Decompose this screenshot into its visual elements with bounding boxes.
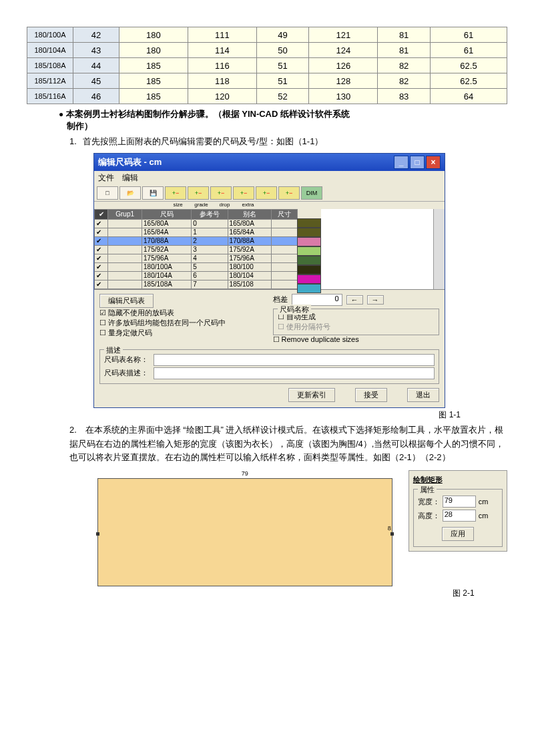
step-1: 1.首先按照上面附表的尺码编辑需要的尺码及号/型：如图（1-1）: [69, 135, 507, 149]
garment-rectangle[interactable]: [97, 478, 392, 586]
color-swatch: [297, 256, 321, 265]
titlebar: 编辑尺码表 - cm _ □ ×: [94, 154, 445, 171]
window-title: 编辑尺码表 - cm: [98, 156, 162, 168]
right-handle[interactable]: [390, 532, 394, 536]
figure-1-1-label: 图 1-1: [27, 409, 461, 421]
color-column: [298, 209, 321, 289]
pm-btn-2[interactable]: +−: [278, 186, 300, 200]
table-row: 185/116A46185120521308364: [27, 89, 507, 104]
size-row[interactable]: ✔180/100A5180/100: [95, 262, 298, 271]
dangcha-label: 档差: [273, 295, 288, 305]
color-swatch: [297, 265, 321, 274]
table-name-input[interactable]: [154, 354, 435, 366]
size-row[interactable]: ✔175/92A3175/92A: [95, 245, 298, 254]
maximize-button[interactable]: □: [410, 156, 425, 169]
table-row: 180/104A43180114501248161: [27, 43, 507, 58]
main-bullet: 本案例男士衬衫结构图制作分解步骤。（根据 YIN-CAD 纸样设计软件系统 制作…: [59, 108, 507, 132]
color-swatch: [297, 284, 321, 293]
color-swatch: [297, 218, 321, 228]
color-swatch: [297, 274, 321, 284]
size-row[interactable]: ✔165/84A1165/84A: [95, 228, 298, 236]
open-icon[interactable]: 📂: [119, 186, 141, 200]
close-button[interactable]: ×: [426, 156, 441, 169]
scrollbar[interactable]: [433, 209, 445, 289]
new-icon[interactable]: □: [97, 186, 118, 200]
property-panel: 绘制矩形 属性 宽度： 79 cm 高度： 28 cm 应用: [409, 470, 507, 552]
update-index-button[interactable]: 更新索引: [288, 388, 335, 402]
height-label: 高度：: [418, 511, 440, 521]
pm-btn-1[interactable]: +−: [256, 186, 277, 200]
hide-unused-checkbox[interactable]: 隐藏不使用的放码表: [99, 308, 266, 318]
left-handle[interactable]: [96, 532, 99, 536]
table-row: 185/108A44185116511268262.5: [27, 58, 507, 73]
exit-button[interactable]: 退出: [407, 388, 439, 402]
table-row: 185/112A45185118511288262.5: [27, 73, 507, 89]
width-dimension: 79: [242, 470, 248, 477]
size-row[interactable]: ✔175/96A4175/96A: [95, 254, 298, 262]
table-row: 180/100A42180111491218161: [27, 27, 507, 43]
table-desc-input[interactable]: [154, 367, 435, 379]
right-arrow-button[interactable]: →: [367, 295, 384, 305]
measurement-table: 180/100A42180111491218161180/104A4318011…: [27, 27, 507, 104]
menu-edit[interactable]: 编辑: [122, 172, 138, 184]
remove-dup-checkbox[interactable]: Remove duplicate sizes: [273, 335, 440, 344]
dim-btn[interactable]: DIM: [301, 186, 322, 200]
extra-btn[interactable]: +−: [233, 186, 254, 200]
color-swatch: [297, 237, 321, 246]
custom-size-checkbox[interactable]: 量身定做尺码: [99, 328, 266, 338]
drop-btn[interactable]: +−: [210, 186, 232, 200]
size-grid[interactable]: ✔Grup1尺码参考号别名尺寸✔165/80A0165/80A✔165/84A1…: [94, 209, 298, 289]
accept-button[interactable]: 接受: [355, 388, 387, 402]
size-row[interactable]: ✔180/104A6180/104: [95, 271, 298, 280]
save-icon[interactable]: 💾: [142, 186, 164, 200]
step-2: 2. 在本系统的主界面中选择 “绘图工具” 进入纸样设计模式后。在该模式下选择矩…: [69, 423, 507, 465]
grade-btn[interactable]: +−: [188, 186, 209, 200]
size-row[interactable]: ✔165/80A0165/80A: [95, 219, 298, 228]
menu-bar: 文件 编辑: [94, 171, 445, 185]
size-row[interactable]: ✔170/88A2170/88A: [95, 236, 298, 245]
minimize-button[interactable]: _: [394, 156, 409, 169]
left-arrow-button[interactable]: ←: [346, 295, 363, 305]
color-swatch: [297, 228, 321, 237]
drawing-canvas: 79 8 8: [93, 470, 396, 586]
apply-button[interactable]: 应用: [442, 527, 474, 541]
size-btn[interactable]: +−: [165, 186, 186, 200]
allow-multi-checkbox[interactable]: 许多放码组均能包括在同一个尺码中: [99, 318, 266, 328]
edit-size-table-button[interactable]: 编辑尺码表: [99, 294, 154, 308]
panel-title: 绘制矩形: [413, 475, 503, 485]
width-input[interactable]: 79: [443, 496, 476, 508]
figure-2-1-label: 图 2-1: [453, 588, 507, 599]
separator-checkbox[interactable]: 使用分隔符号: [278, 322, 435, 332]
height-input[interactable]: 28: [443, 510, 476, 522]
size-editor-dialog: 编辑尺码表 - cm _ □ × 文件 编辑 □ 📂 💾 +− +− +− +−…: [93, 153, 445, 408]
toolbar: □ 📂 💾 +− +− +− +− +− +− DIM: [94, 185, 445, 202]
width-label: 宽度：: [418, 497, 440, 507]
menu-file[interactable]: 文件: [98, 172, 114, 184]
color-swatch: [297, 246, 321, 256]
size-row[interactable]: ✔185/108A7185/108: [95, 280, 298, 289]
